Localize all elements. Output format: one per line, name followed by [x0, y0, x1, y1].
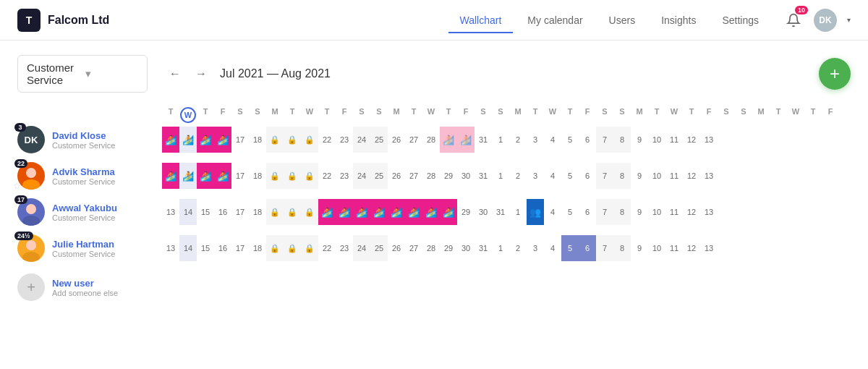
cell-0-4[interactable]: 17 — [231, 127, 249, 153]
cell-0-32[interactable] — [718, 127, 735, 153]
cell-1-26[interactable]: 8 — [613, 163, 631, 189]
cell-3-11[interactable]: 24 — [353, 235, 370, 261]
cell-2-18[interactable]: 30 — [475, 199, 492, 225]
cell-1-20[interactable]: 2 — [509, 163, 527, 189]
cell-0-21[interactable]: 3 — [527, 127, 544, 153]
cell-2-8[interactable]: 🔒 — [301, 199, 318, 225]
cell-0-30[interactable]: 12 — [683, 127, 700, 153]
cell-2-24[interactable]: 6 — [579, 199, 596, 225]
cell-3-34[interactable] — [752, 235, 770, 261]
cell-2-36[interactable] — [787, 199, 804, 225]
cell-1-38[interactable] — [822, 163, 839, 189]
nav-settings[interactable]: Settings — [710, 9, 770, 33]
cell-3-30[interactable]: 12 — [683, 235, 700, 261]
cell-3-1[interactable]: 14 — [179, 235, 197, 261]
cell-0-38[interactable] — [822, 127, 839, 153]
cell-2-29[interactable]: 11 — [665, 199, 683, 225]
cell-2-22[interactable]: 4 — [544, 199, 561, 225]
cell-3-33[interactable] — [735, 235, 752, 261]
cell-2-2[interactable]: 15 — [197, 199, 214, 225]
cell-3-10[interactable]: 23 — [336, 235, 353, 261]
user-avatar[interactable]: DK — [814, 9, 837, 32]
cell-2-35[interactable] — [770, 199, 787, 225]
cell-0-15[interactable]: 28 — [422, 127, 440, 153]
cell-3-5[interactable]: 18 — [249, 235, 266, 261]
add-leave-button[interactable]: + — [819, 58, 851, 90]
cell-3-2[interactable]: 15 — [197, 235, 214, 261]
cell-2-1[interactable]: 14 — [179, 199, 197, 225]
cell-0-29[interactable]: 11 — [665, 127, 683, 153]
cell-1-33[interactable] — [735, 163, 752, 189]
cell-3-37[interactable] — [804, 235, 822, 261]
cell-0-34[interactable] — [752, 127, 770, 153]
cell-3-29[interactable]: 11 — [665, 235, 683, 261]
cell-2-16[interactable]: 🏄 — [440, 199, 457, 225]
cell-1-27[interactable]: 9 — [631, 163, 648, 189]
cell-1-31[interactable]: 13 — [700, 163, 718, 189]
cell-0-9[interactable]: 22 — [318, 127, 336, 153]
cell-1-1[interactable]: 🏄 — [179, 163, 197, 189]
add-user-button[interactable]: + — [17, 273, 45, 301]
cell-0-6[interactable]: 🔒 — [266, 127, 284, 153]
cell-2-7[interactable]: 🔒 — [284, 199, 301, 225]
cell-1-7[interactable]: 🔒 — [284, 163, 301, 189]
cell-2-15[interactable]: 🏄 — [422, 199, 440, 225]
cell-3-31[interactable]: 13 — [700, 235, 718, 261]
cell-1-32[interactable] — [718, 163, 735, 189]
cell-3-24[interactable]: 6 — [579, 235, 596, 261]
cell-2-38[interactable] — [822, 199, 839, 225]
cell-1-16[interactable]: 29 — [440, 163, 457, 189]
cell-2-4[interactable]: 17 — [231, 199, 249, 225]
cell-0-36[interactable] — [787, 127, 804, 153]
cell-2-25[interactable]: 7 — [596, 199, 613, 225]
cell-0-5[interactable]: 18 — [249, 127, 266, 153]
cell-1-17[interactable]: 30 — [457, 163, 475, 189]
nav-my-calendar[interactable]: My calendar — [516, 9, 594, 33]
person-name-3[interactable]: Julie Hartman — [52, 239, 115, 250]
cell-2-20[interactable]: 1 — [509, 199, 527, 225]
cell-1-15[interactable]: 28 — [422, 163, 440, 189]
cell-3-6[interactable]: 🔒 — [266, 235, 284, 261]
cell-1-24[interactable]: 6 — [579, 163, 596, 189]
cell-0-3[interactable]: 🏄 — [214, 127, 231, 153]
cell-2-37[interactable] — [804, 199, 822, 225]
cell-2-19[interactable]: 31 — [492, 199, 509, 225]
cell-1-6[interactable]: 🔒 — [266, 163, 284, 189]
cell-1-29[interactable]: 11 — [665, 163, 683, 189]
cell-0-11[interactable]: 24 — [353, 127, 370, 153]
cell-1-4[interactable]: 17 — [231, 163, 249, 189]
cell-3-3[interactable]: 16 — [214, 235, 231, 261]
user-menu-chevron[interactable]: ▾ — [847, 16, 851, 24]
cell-1-0[interactable]: 🏄 — [162, 163, 179, 189]
cell-0-24[interactable]: 6 — [579, 127, 596, 153]
cell-1-12[interactable]: 25 — [370, 163, 388, 189]
cell-0-22[interactable]: 4 — [544, 127, 561, 153]
cell-0-23[interactable]: 5 — [561, 127, 579, 153]
cell-0-8[interactable]: 🔒 — [301, 127, 318, 153]
cell-0-37[interactable] — [804, 127, 822, 153]
cell-2-28[interactable]: 10 — [648, 199, 665, 225]
next-arrow[interactable]: → — [191, 64, 211, 84]
cell-3-8[interactable]: 🔒 — [301, 235, 318, 261]
cell-1-37[interactable] — [804, 163, 822, 189]
cell-0-19[interactable]: 1 — [492, 127, 509, 153]
prev-arrow[interactable]: ← — [165, 64, 185, 84]
cell-0-7[interactable]: 🔒 — [284, 127, 301, 153]
cell-3-17[interactable]: 30 — [457, 235, 475, 261]
cell-3-9[interactable]: 22 — [318, 235, 336, 261]
cell-0-28[interactable]: 10 — [648, 127, 665, 153]
cell-0-27[interactable]: 9 — [631, 127, 648, 153]
cell-1-9[interactable]: 22 — [318, 163, 336, 189]
cell-0-33[interactable] — [735, 127, 752, 153]
cell-2-0[interactable]: 13 — [162, 199, 179, 225]
cell-3-7[interactable]: 🔒 — [284, 235, 301, 261]
cell-3-18[interactable]: 31 — [475, 235, 492, 261]
cell-3-28[interactable]: 10 — [648, 235, 665, 261]
cell-3-15[interactable]: 28 — [422, 235, 440, 261]
cell-1-23[interactable]: 5 — [561, 163, 579, 189]
cell-0-20[interactable]: 2 — [509, 127, 527, 153]
cell-0-12[interactable]: 25 — [370, 127, 388, 153]
cell-2-9[interactable]: 🏄 — [318, 199, 336, 225]
cell-2-5[interactable]: 18 — [249, 199, 266, 225]
new-user-label[interactable]: New user — [52, 278, 118, 289]
